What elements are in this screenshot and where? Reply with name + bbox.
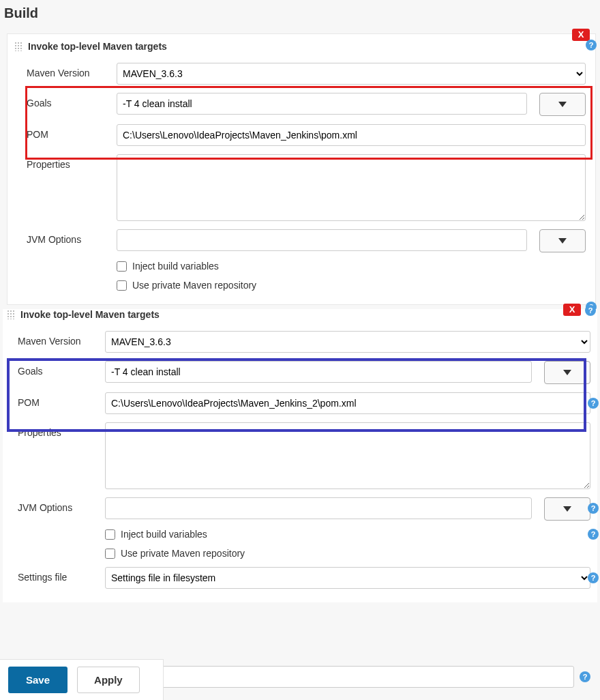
settings-file-select[interactable]: Settings file in filesystem — [105, 567, 590, 589]
filepath-input[interactable] — [152, 666, 574, 688]
jvm-options-label: JVM Options — [18, 497, 105, 513]
maven-version-label: Maven Version — [27, 63, 117, 78]
inject-build-vars-checkbox[interactable] — [105, 529, 115, 540]
settings-file-label: Settings file — [18, 567, 105, 583]
drag-handle-icon[interactable] — [7, 310, 15, 319]
jvm-options-input[interactable] — [117, 229, 527, 251]
pom-input[interactable] — [105, 392, 590, 414]
section-title: Invoke top-level Maven targets — [20, 309, 160, 320]
maven-version-select[interactable]: MAVEN_3.6.3 — [117, 63, 586, 85]
remove-step-button[interactable]: X — [572, 29, 590, 41]
properties-textarea[interactable] — [105, 422, 590, 489]
footer-toolbar: Save Apply — [0, 659, 164, 700]
properties-label: Properties — [27, 154, 117, 170]
help-icon[interactable]: ? — [588, 572, 599, 583]
goals-label: Goals — [27, 93, 117, 108]
drag-handle-icon[interactable] — [14, 42, 22, 51]
pom-input[interactable] — [117, 124, 586, 146]
help-icon[interactable]: ? — [588, 503, 599, 514]
build-step-2: X ? Invoke top-level Maven targets Maven… — [3, 309, 597, 602]
goals-input[interactable] — [117, 93, 527, 115]
help-icon[interactable]: ? — [586, 40, 597, 50]
page-heading: Build — [0, 0, 600, 33]
goals-input[interactable] — [105, 361, 532, 383]
private-repo-checkbox[interactable] — [117, 280, 127, 291]
chevron-down-icon — [563, 506, 571, 512]
goals-expand-button[interactable] — [544, 361, 590, 384]
help-icon[interactable]: ? — [580, 671, 590, 682]
chevron-down-icon — [558, 238, 567, 244]
section-title: Invoke top-level Maven targets — [28, 41, 167, 52]
remove-step-button[interactable]: X — [563, 304, 581, 316]
chevron-down-icon — [563, 370, 571, 375]
jvm-options-label: JVM Options — [27, 229, 117, 245]
inject-build-vars-checkbox[interactable] — [117, 261, 127, 272]
inject-build-vars-label: Inject build variables — [121, 529, 207, 540]
pom-label: POM — [18, 392, 105, 408]
maven-version-select[interactable]: MAVEN_3.6.3 — [105, 331, 590, 353]
build-step-1: X Invoke top-level Maven targets Maven V… — [7, 33, 596, 305]
help-icon[interactable]: ? — [588, 398, 599, 409]
pom-label: POM — [27, 124, 117, 140]
jvm-expand-button[interactable] — [544, 497, 590, 521]
apply-button[interactable]: Apply — [77, 667, 140, 693]
jvm-expand-button[interactable] — [539, 229, 586, 252]
help-icon[interactable]: ? — [588, 529, 599, 540]
private-repo-checkbox[interactable] — [105, 549, 115, 559]
chevron-down-icon — [558, 102, 567, 107]
private-repo-label: Use private Maven repository — [132, 280, 256, 291]
goals-label: Goals — [18, 361, 105, 377]
save-button[interactable]: Save — [8, 667, 68, 693]
jvm-options-input[interactable] — [105, 497, 532, 519]
help-icon[interactable]: ? — [585, 305, 596, 316]
maven-version-label: Maven Version — [18, 331, 105, 347]
private-repo-label: Use private Maven repository — [121, 548, 245, 559]
properties-label: Properties — [18, 422, 105, 438]
goals-expand-button[interactable] — [539, 93, 586, 116]
inject-build-vars-label: Inject build variables — [132, 261, 219, 272]
properties-textarea[interactable] — [117, 154, 586, 221]
